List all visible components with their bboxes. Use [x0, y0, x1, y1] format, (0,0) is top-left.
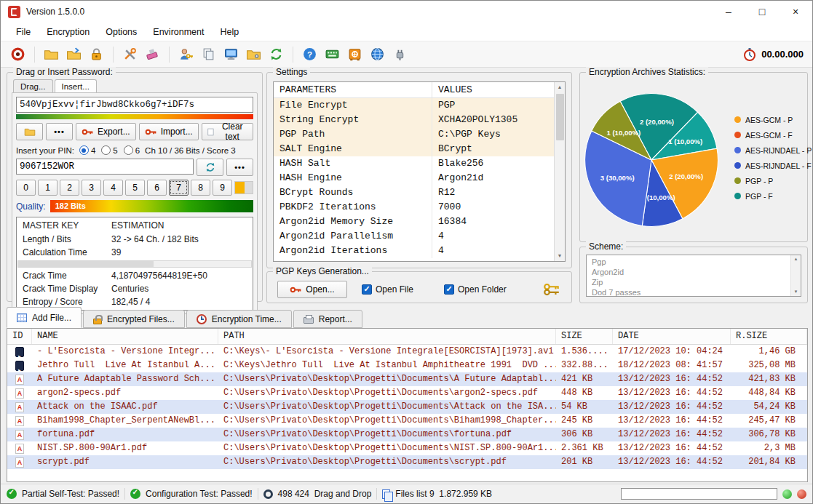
keypad-button-8[interactable]: 8 — [191, 180, 210, 196]
help-icon[interactable]: ? — [301, 46, 318, 63]
master-key-hscrollbar[interactable] — [17, 260, 252, 268]
safe-icon[interactable] — [346, 46, 363, 63]
column-header-path[interactable]: PATH — [218, 329, 556, 344]
globe-icon[interactable] — [369, 46, 386, 63]
tab-encrypted-files[interactable]: Encrypted Files... — [83, 310, 185, 328]
settings-row-pgp-path[interactable]: PGP PathC:\PGP Keys — [274, 127, 554, 142]
master-key-rows: Length / Bits32 -> 64 Ch. / 182 BitsCalc… — [17, 233, 253, 259]
encrypted-files-icon — [93, 319, 102, 324]
settings-row-bcrypt-rounds[interactable]: BCrypt RoundsR12 — [274, 185, 554, 200]
keypad-button-0[interactable]: 0 — [16, 180, 36, 196]
pin-input[interactable] — [16, 159, 194, 175]
settings-row-argon2id-parallelism[interactable]: Argon2id Parallelism4 — [274, 229, 554, 244]
scroll-down-icon[interactable]: ▼ — [558, 251, 563, 261]
menu-item-options[interactable]: Options — [98, 24, 145, 40]
menu-item-encryption[interactable]: Encryption — [39, 24, 98, 40]
tab-add-file[interactable]: Add File... — [7, 307, 82, 328]
keypad-button-1[interactable]: 1 — [38, 180, 57, 196]
pin-score-bar — [234, 181, 253, 194]
column-header-name[interactable]: NAME — [32, 329, 218, 344]
tab-label: Report... — [319, 314, 352, 324]
scroll-down-icon[interactable]: ▼ — [794, 288, 798, 296]
scheme-scrollbar[interactable]: ▲ ▼ — [790, 255, 801, 296]
file-row[interactable]: A Future Adaptable Password Sch...C:\Use… — [7, 372, 807, 386]
tab-insert[interactable]: Insert... — [55, 79, 97, 92]
scrollbar-thumb[interactable] — [556, 94, 564, 140]
tab-drag[interactable]: Drag... — [13, 79, 53, 92]
checkbox-open-file[interactable]: Open File — [362, 284, 413, 295]
settings-row-string-encrypt[interactable]: String EncryptXCHA20POLY1305 — [274, 113, 554, 127]
folder-config-icon[interactable] — [245, 46, 262, 63]
file-row[interactable]: Attack on the ISAAC.pdfC:\Users\Privato\… — [7, 400, 807, 414]
column-header-date[interactable]: DATE — [613, 329, 731, 344]
monitor-icon[interactable] — [223, 46, 239, 63]
pgp-open-button[interactable]: Open... — [277, 281, 347, 298]
lock-icon[interactable] — [88, 46, 105, 63]
pin-radio-6[interactable]: 6 — [124, 145, 140, 155]
keypad-button-2[interactable]: 2 — [60, 180, 79, 196]
menu-item-environment[interactable]: Environment — [145, 24, 212, 40]
settings-row-hash-salt[interactable]: HASH SaltBlake256 — [274, 156, 554, 171]
column-header-size[interactable]: SIZE — [556, 329, 613, 344]
maximize-button[interactable]: □ — [745, 1, 779, 23]
open-folder-icon[interactable] — [66, 46, 82, 63]
master-key-value: 182,45 / 4 — [111, 296, 247, 308]
pin-radio-5[interactable]: 5 — [101, 145, 117, 155]
clean-icon[interactable] — [144, 46, 161, 63]
keypad-button-5[interactable]: 5 — [125, 180, 145, 196]
settings-value: Blake256 — [432, 156, 554, 171]
keypad-button-4[interactable]: 4 — [103, 180, 123, 196]
browse-password-button[interactable] — [16, 123, 43, 140]
checkbox-open-folder[interactable]: Open Folder — [444, 284, 507, 295]
tab-encryption-time[interactable]: Encryption Time... — [186, 310, 292, 328]
keypad-button-6[interactable]: 6 — [147, 180, 167, 196]
pin-radio-4[interactable]: 4 — [79, 145, 95, 155]
regenerate-pin-button[interactable] — [197, 159, 223, 176]
quality-bar: 182 Bits — [50, 200, 253, 212]
plugin-icon[interactable] — [392, 46, 408, 63]
password-input[interactable] — [16, 97, 253, 113]
file-row[interactable]: scrypt.pdfC:\Users\Privato\Desktop\Proge… — [7, 455, 807, 469]
settings-row-argon2id-iterations[interactable]: Argon2id Iterations4 — [274, 244, 554, 258]
settings-row-file-encrypt[interactable]: File EncryptPGP — [274, 98, 554, 113]
file-row[interactable]: - L'Esorcista - Versione Integr...C:\Key… — [7, 345, 807, 359]
file-rsize: 54,24 KB — [731, 400, 807, 414]
settings-row-pbkdf2-iterations[interactable]: PBKDF2 Iterations7000 — [274, 200, 554, 215]
export-button[interactable]: Export... — [76, 123, 136, 140]
master-key-row: Length / Bits32 -> 64 Ch. / 182 Bits — [17, 233, 253, 246]
sync-icon[interactable] — [268, 46, 285, 63]
menu-item-help[interactable]: Help — [213, 24, 247, 40]
menu-item-file[interactable]: File — [8, 24, 39, 40]
column-header-id[interactable]: ID — [7, 329, 32, 344]
keypad-button-7[interactable]: 7 — [169, 180, 189, 196]
power-icon[interactable] — [9, 46, 26, 63]
user-key-icon[interactable] — [178, 46, 194, 63]
settings-scrollbar[interactable]: ▲ ▼ — [554, 82, 565, 261]
file-row[interactable]: Biham1998_Chapter_SerpentANewBl...C:\Use… — [7, 414, 807, 428]
keypad-button-9[interactable]: 9 — [213, 180, 232, 196]
settings-row-hash-engine[interactable]: HASH EngineArgon2id — [274, 171, 554, 185]
scroll-up-icon[interactable]: ▲ — [558, 82, 563, 92]
password-more-button[interactable]: ••• — [46, 123, 73, 140]
file-row[interactable]: fortuna.pdfC:\Users\Privato\Desktop\Prog… — [7, 428, 807, 441]
copy-icon[interactable] — [200, 46, 217, 63]
pin-more-button[interactable]: ••• — [226, 159, 253, 176]
keypad-button-3[interactable]: 3 — [82, 180, 101, 196]
file-row[interactable]: argon2-specs.pdfC:\Users\Privato\Desktop… — [7, 386, 807, 400]
scroll-up-icon[interactable]: ▲ — [794, 255, 798, 263]
file-row-id — [7, 386, 32, 400]
settings-row-argon2id-memory-size[interactable]: Argon2id Memory Size16384 — [274, 215, 554, 229]
file-row[interactable]: NIST.SP.800-90Ar1.pdfC:\Users\Privato\De… — [7, 441, 807, 455]
file-row[interactable]: Jethro Tull Live At Istanbul A...C:\Keys… — [7, 359, 807, 372]
settings-param: SALT Engine — [274, 142, 432, 156]
tools-icon[interactable] — [122, 46, 138, 63]
keyboard-icon[interactable] — [324, 46, 341, 63]
tab-report[interactable]: Report... — [293, 310, 362, 328]
open-file-icon[interactable] — [43, 46, 60, 63]
close-button[interactable]: × — [779, 1, 812, 23]
clear-text-button[interactable]: Clear text — [202, 123, 253, 140]
column-header-r-size[interactable]: R.SIZE — [731, 329, 807, 344]
minimize-button[interactable]: – — [712, 1, 745, 23]
import-button[interactable]: Import... — [139, 123, 199, 140]
settings-row-salt-engine[interactable]: SALT EngineBCrypt — [274, 142, 554, 156]
